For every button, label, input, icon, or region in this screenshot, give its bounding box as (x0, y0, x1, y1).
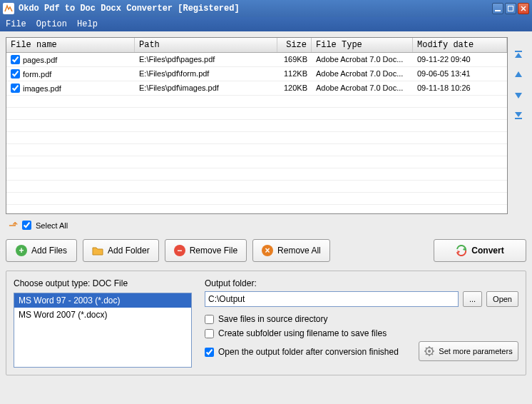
menu-option[interactable]: Option (36, 19, 67, 29)
window-title: Okdo Pdf to Doc Docx Converter [Register… (19, 4, 491, 14)
row-size: 120KB (277, 81, 312, 95)
move-up-button[interactable] (512, 69, 525, 81)
table-row[interactable]: form.pdfE:\Files\pdf\form.pdf112KBAdobe … (6, 67, 507, 81)
remove-all-button[interactable]: × Remove All (252, 239, 330, 262)
titlebar: Okdo Pdf to Doc Docx Converter [Register… (0, 0, 532, 17)
output-folder-input[interactable] (205, 291, 459, 307)
browse-button[interactable]: ... (463, 291, 482, 307)
row-path: E:\Files\pdf\form.pdf (135, 67, 277, 81)
minimize-button[interactable] (492, 3, 503, 14)
output-type-label: Choose output type: DOC File (14, 278, 192, 288)
save-in-source-label: Save files in source directory (218, 314, 327, 324)
move-down-button[interactable] (512, 89, 525, 101)
save-in-source-checkbox[interactable] (205, 315, 214, 324)
row-filename: form.pdf (23, 70, 51, 79)
open-after-label: Open the output folder after conversion … (218, 347, 399, 357)
svg-point-6 (428, 350, 431, 353)
row-type: Adobe Acrobat 7.0 Doc... (312, 67, 413, 81)
remove-file-button[interactable]: − Remove File (165, 239, 247, 262)
convert-icon (456, 245, 467, 256)
svg-rect-1 (495, 10, 501, 11)
output-type-option[interactable]: MS Word 97 - 2003 (*.doc) (14, 293, 191, 308)
open-folder-button[interactable]: Open (486, 291, 518, 307)
output-folder-label: Output folder: (205, 278, 518, 288)
select-all-checkbox[interactable] (22, 221, 31, 230)
output-type-option[interactable]: MS Word 2007 (*.docx) (14, 308, 191, 322)
menu-file[interactable]: File (6, 19, 26, 29)
row-path: E:\Files\pdf\images.pdf (135, 81, 277, 95)
create-subfolder-checkbox[interactable] (205, 329, 214, 338)
folder-icon (92, 245, 103, 256)
svg-rect-4 (515, 118, 522, 119)
header-date[interactable]: Modify date (413, 38, 507, 52)
row-checkbox[interactable] (11, 55, 20, 64)
header-filetype[interactable]: File Type (312, 38, 413, 52)
maximize-button[interactable] (505, 3, 516, 14)
x-icon: × (262, 245, 273, 256)
row-size: 169KB (277, 53, 312, 66)
row-path: E:\Files\pdf\pages.pdf (135, 53, 277, 66)
restore-icon[interactable]: ⬏ (9, 218, 18, 232)
close-button[interactable] (518, 3, 529, 14)
svg-rect-3 (515, 51, 522, 52)
menu-help[interactable]: Help (77, 19, 98, 29)
row-filename: pages.pdf (23, 56, 57, 64)
move-top-button[interactable] (512, 49, 525, 61)
header-size[interactable]: Size (277, 38, 312, 52)
plus-icon: + (16, 245, 27, 256)
row-date: 09-11-18 10:26 (413, 81, 507, 95)
row-size: 112KB (277, 67, 312, 81)
reorder-arrows (512, 37, 526, 214)
row-checkbox[interactable] (11, 69, 20, 79)
table-row[interactable]: pages.pdfE:\Files\pdf\pages.pdf169KBAdob… (6, 53, 507, 67)
output-type-listbox[interactable]: MS Word 97 - 2003 (*.doc) MS Word 2007 (… (14, 293, 192, 368)
gear-icon (424, 346, 434, 356)
app-icon (3, 3, 14, 14)
row-type: Adobe Acrobat 7.0 Doc... (312, 53, 413, 66)
set-parameters-button[interactable]: Set more parameters (419, 341, 518, 361)
header-filename[interactable]: File name (6, 38, 135, 52)
table-header: File name Path Size File Type Modify dat… (6, 38, 507, 53)
row-date: 09-11-22 09:40 (413, 53, 507, 66)
file-table[interactable]: File name Path Size File Type Modify dat… (6, 37, 508, 214)
row-filename: images.pdf (23, 84, 61, 93)
minus-icon: − (174, 245, 185, 256)
create-subfolder-label: Create subfolder using filename to save … (218, 328, 387, 338)
row-type: Adobe Acrobat 7.0 Doc... (312, 81, 413, 95)
header-path[interactable]: Path (135, 38, 277, 52)
add-files-button[interactable]: + Add Files (6, 239, 77, 262)
row-date: 09-06-05 13:41 (413, 67, 507, 81)
add-folder-button[interactable]: Add Folder (83, 239, 159, 262)
table-row[interactable]: images.pdfE:\Files\pdf\images.pdf120KBAd… (6, 81, 507, 96)
open-after-checkbox[interactable] (205, 348, 214, 357)
menubar: File Option Help (0, 17, 532, 31)
convert-button[interactable]: Convert (434, 239, 526, 262)
svg-rect-2 (508, 6, 513, 11)
select-all-label: Select All (36, 221, 68, 230)
move-bottom-button[interactable] (512, 108, 525, 121)
row-checkbox[interactable] (11, 84, 20, 93)
